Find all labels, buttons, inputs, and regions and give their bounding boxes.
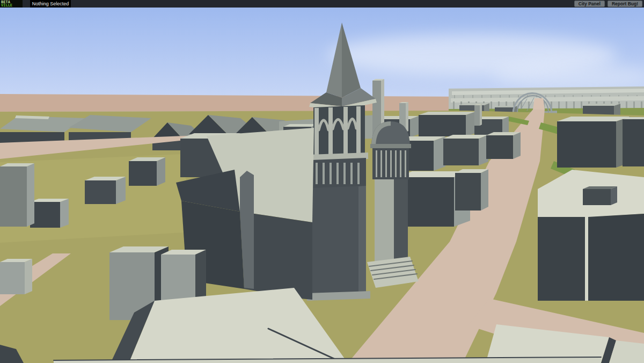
church-dome-shaft-lit (375, 179, 394, 266)
church-clock-slats (316, 163, 318, 184)
church-drum-colonnade (376, 150, 377, 177)
east-block-6-side (513, 132, 521, 159)
distant-pillars-lower (491, 101, 492, 110)
betaville-logo: BETA VILLE (0, 0, 23, 8)
midtown-block-3-front (85, 180, 116, 204)
east-block-8-side (481, 169, 488, 210)
horizon-band (0, 94, 466, 112)
church-drum-colonnade (380, 150, 382, 177)
top-toolbar: BETA VILLE Nothing Selected City Panel R… (0, 0, 644, 8)
midtown-block-2-front (129, 161, 157, 186)
church-clock-slats (350, 163, 353, 184)
logo-text-ville: VILLE (1, 4, 23, 7)
church-tower-corner-light (358, 186, 366, 295)
church-belfry-column-1 (314, 108, 319, 156)
church-dome-shaft-shade (394, 179, 408, 266)
church-clock-slats (357, 163, 360, 184)
selection-status: Nothing Selected (30, 0, 71, 8)
report-bug-button[interactable]: Report Bug! (608, 1, 642, 7)
harborside-block-2-front (623, 119, 644, 166)
east-block-2-top (419, 112, 475, 115)
church-clock-slats (330, 163, 332, 184)
left-edge-building-front (0, 166, 27, 227)
slender-tower-3-side (480, 104, 482, 126)
east-block-2-side (466, 112, 475, 136)
left-foreground-cube-side (25, 259, 32, 294)
east-block-1-side (410, 116, 419, 137)
church-tower-shaft (311, 186, 366, 296)
east-block-6-front (486, 135, 513, 159)
church-drum-colonnade (405, 150, 406, 177)
church-drum-cornice (370, 144, 411, 148)
church-belfry-column-4 (356, 106, 361, 155)
toolbar-buttons: City Panel Report Bug! (574, 1, 642, 7)
church-belfry-column-3 (343, 107, 348, 155)
slender-tower-2-side (406, 102, 408, 132)
betaville-window: BETA VILLE Nothing Selected City Panel R… (0, 0, 644, 363)
church-drum-colonnade (395, 150, 397, 177)
church-clock-slats (336, 163, 339, 184)
church-clock-slats (343, 163, 346, 184)
left-edge-building-side (27, 163, 34, 227)
rooftop-penthouse-side (611, 186, 617, 205)
distant-building-3-top (583, 104, 620, 106)
church-drum-colonnade (385, 150, 387, 177)
distant-pillars-lower (453, 101, 455, 110)
big-tower-seam (585, 217, 588, 301)
east-block-8-front (455, 173, 481, 210)
church-belfry-column-2 (328, 107, 333, 156)
harborside-block-1-front (557, 121, 616, 168)
big-tower-front-east (588, 214, 644, 301)
city-panel-button[interactable]: City Panel (574, 1, 605, 7)
big-tower-front-west (538, 217, 585, 301)
midtown-block-4-side (60, 199, 69, 228)
east-block-2-front (419, 115, 466, 136)
church-drum-colonnade (400, 150, 401, 177)
distant-pillars-lower (566, 101, 567, 110)
east-block-5-front (443, 139, 479, 165)
rooftop-penthouse-front (583, 189, 611, 205)
church-clock-slats (323, 163, 325, 184)
midtown-block-4-front (30, 202, 60, 228)
church-drum-colonnade (390, 150, 392, 177)
midtown-block-3-side (116, 177, 126, 204)
left-foreground-cube-front (0, 262, 25, 294)
bridge-approach (533, 98, 545, 110)
midtown-block-2-side (157, 157, 165, 186)
distant-pillars-lower (558, 101, 560, 110)
city-viewport[interactable] (0, 0, 644, 363)
city-3d-scene (0, 4, 644, 363)
slender-tower-3-front (474, 105, 480, 126)
